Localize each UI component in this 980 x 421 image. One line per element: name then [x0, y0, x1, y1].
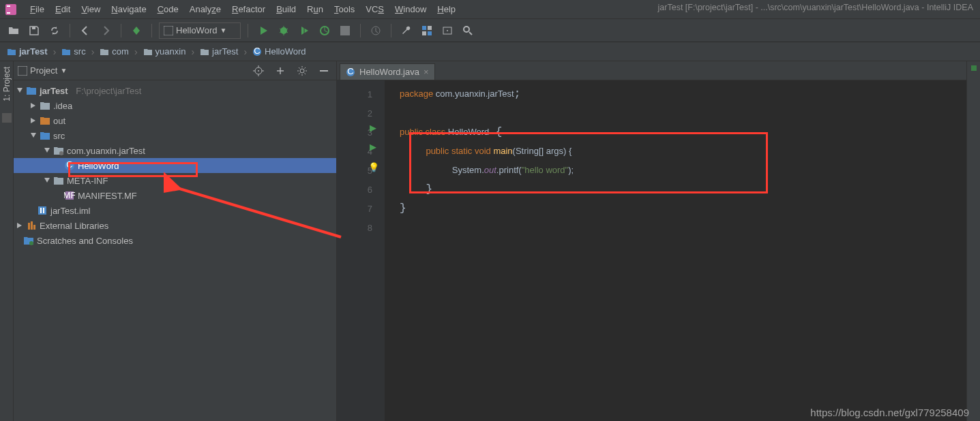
menu-help[interactable]: Help — [432, 3, 461, 16]
project-panel-header: Project ▼ — [14, 61, 336, 80]
close-icon[interactable]: × — [424, 67, 429, 77]
run-gutter-icon[interactable]: ▶ — [370, 123, 376, 133]
tree-row[interactable]: jarTest.iml — [14, 203, 336, 218]
debug-icon[interactable] — [276, 22, 292, 39]
separator — [391, 24, 391, 37]
app-icon — [5, 4, 16, 15]
gear-icon[interactable] — [294, 63, 310, 79]
open-icon[interactable] — [5, 22, 22, 39]
tree-row-class[interactable]: C HelloWord — [14, 158, 336, 173]
sync-icon[interactable] — [46, 22, 63, 39]
svg-rect-1 — [7, 5, 10, 7]
tree-row[interactable]: External Libraries — [14, 218, 336, 233]
svg-rect-23 — [320, 70, 328, 72]
svg-rect-9 — [422, 26, 426, 30]
svg-rect-3 — [32, 27, 35, 29]
svg-rect-29 — [38, 206, 46, 215]
tool-window-project-tab[interactable]: 1: Project — [2, 64, 12, 104]
editor-area: C HelloWord.java × 1 2 3 4 5 6 7 8 ▶ ▶ 💡… — [337, 61, 966, 421]
run-icon[interactable] — [255, 22, 271, 39]
breadcrumb-item[interactable]: com — [97, 46, 132, 57]
menu-refactor[interactable]: Refactor — [226, 3, 271, 16]
watermark-text: https://blog.csdn.net/gxl779258409 — [810, 407, 969, 418]
menu-vcs[interactable]: VCS — [360, 3, 389, 16]
svg-rect-12 — [428, 31, 432, 35]
stop-icon[interactable] — [337, 22, 353, 39]
structure-icon[interactable] — [419, 22, 435, 39]
run-gutter-icon[interactable]: ▶ — [370, 142, 376, 152]
editor-tabbar: C HelloWord.java × — [337, 61, 966, 80]
svg-rect-18 — [2, 113, 12, 123]
menu-window[interactable]: Window — [389, 3, 432, 16]
breadcrumb: jarTest› src› com› yuanxin› jarTest› CHe… — [0, 42, 980, 61]
svg-point-22 — [300, 69, 304, 73]
sdk-icon[interactable] — [439, 22, 456, 39]
menu-edit[interactable]: Edit — [50, 3, 76, 16]
chevron-down-icon: ▼ — [220, 27, 226, 34]
svg-rect-31 — [43, 208, 44, 213]
menu-view[interactable]: View — [76, 3, 106, 16]
tree-row-package[interactable]: com.yuanxin.jarTest — [14, 143, 336, 158]
chevron-down-icon: ▼ — [60, 67, 67, 74]
separator — [121, 24, 121, 37]
left-gutter-strip: 1: Project — [0, 61, 14, 421]
code-editor[interactable]: 1 2 3 4 5 6 7 8 ▶ ▶ 💡 package com.yuanxi… — [337, 80, 966, 421]
breadcrumb-item[interactable]: jarTest — [197, 46, 241, 57]
build-icon[interactable] — [128, 22, 145, 39]
wrench-icon[interactable] — [398, 22, 415, 39]
breadcrumb-item[interactable]: yuanxin — [140, 46, 189, 57]
svg-text:C: C — [347, 67, 353, 76]
intention-bulb-icon[interactable]: 💡 — [368, 162, 379, 172]
forward-icon[interactable] — [98, 22, 114, 39]
svg-rect-4 — [164, 26, 173, 35]
tree-row[interactable]: src — [14, 128, 336, 143]
svg-rect-30 — [40, 208, 42, 213]
project-tool-window: Project ▼ jarTest F:\project\jarTest .id… — [14, 61, 337, 421]
right-gutter-strip — [966, 61, 980, 421]
tree-row[interactable]: MF MANIFEST.MF — [14, 188, 336, 203]
editor-gutter: 1 2 3 4 5 6 7 8 ▶ ▶ 💡 — [337, 80, 385, 421]
hide-icon[interactable] — [316, 63, 332, 79]
collapse-icon[interactable] — [272, 63, 288, 79]
inspection-indicator[interactable] — [971, 65, 977, 71]
svg-point-21 — [258, 70, 259, 72]
menu-build[interactable]: Build — [271, 3, 301, 16]
main-toolbar: HelloWord ▼ — [0, 19, 980, 42]
tree-row-root[interactable]: jarTest F:\project\jarTest — [14, 83, 336, 98]
breadcrumb-item[interactable]: CHelloWord — [250, 46, 308, 57]
save-all-icon[interactable] — [26, 22, 42, 39]
svg-rect-2 — [7, 12, 10, 14]
editor-tab[interactable]: C HelloWord.java × — [340, 63, 435, 80]
menu-file[interactable]: File — [25, 3, 50, 16]
update-icon[interactable] — [368, 22, 384, 39]
svg-point-32 — [29, 241, 33, 245]
menu-code[interactable]: Code — [152, 3, 184, 16]
run-config-label: HelloWord — [176, 25, 217, 35]
coverage-icon[interactable] — [296, 22, 312, 39]
project-tree[interactable]: jarTest F:\project\jarTest .idea out src — [14, 80, 336, 421]
breadcrumb-item[interactable]: jarTest — [4, 46, 50, 57]
tree-row[interactable]: META-INF — [14, 173, 336, 188]
back-icon[interactable] — [77, 22, 93, 39]
svg-text:C: C — [66, 160, 72, 170]
profile-icon[interactable] — [316, 22, 333, 39]
window-title: jarTest [F:\project\jarTest] - ...\src\c… — [658, 3, 973, 12]
separator — [360, 24, 361, 37]
tree-row[interactable]: out — [14, 113, 336, 128]
menu-analyze[interactable]: Analyze — [184, 3, 226, 16]
locate-icon[interactable] — [250, 63, 267, 79]
menubar: File Edit View Navigate Code Analyze Ref… — [0, 0, 980, 19]
bookmarks-icon[interactable] — [1, 112, 12, 123]
menu-navigate[interactable]: Navigate — [106, 3, 151, 16]
tree-row[interactable]: .idea — [14, 98, 336, 113]
run-config-combo[interactable]: HelloWord ▼ — [159, 22, 241, 39]
menu-run[interactable]: Run — [301, 3, 329, 16]
search-icon[interactable] — [460, 22, 476, 39]
menu-tools[interactable]: Tools — [329, 3, 360, 16]
project-panel-title[interactable]: Project ▼ — [18, 65, 246, 76]
tree-row[interactable]: Scratches and Consoles — [14, 233, 336, 248]
breadcrumb-item[interactable]: src — [59, 46, 88, 57]
svg-point-14 — [447, 30, 448, 31]
svg-rect-7 — [340, 26, 350, 35]
code-content[interactable]: package com.yuanxin.jarTest; public clas… — [385, 80, 966, 421]
